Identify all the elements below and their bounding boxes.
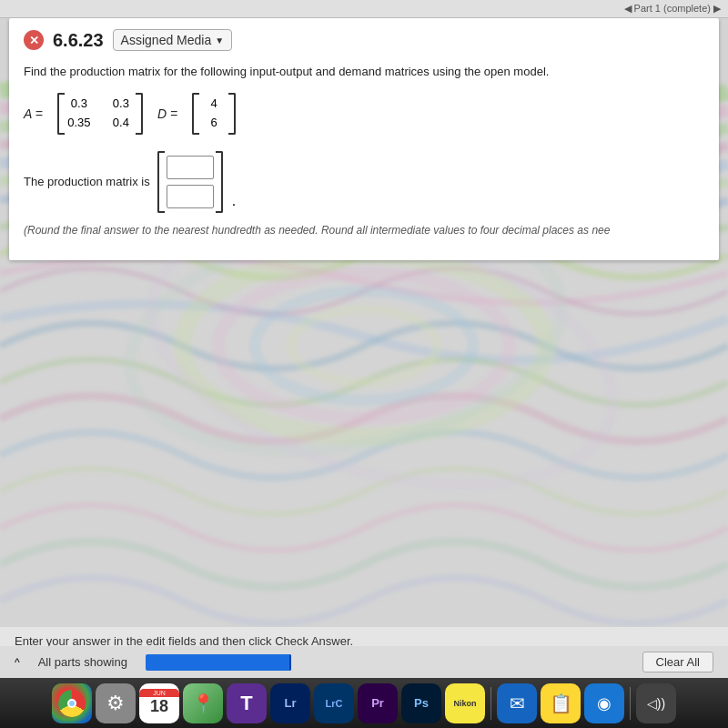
header-row: ✕ 6.6.23 Assigned Media ▼ <box>24 29 704 51</box>
answer-row: The production matrix is . <box>24 151 704 213</box>
content-card: ✕ 6.6.23 Assigned Media ▼ Find the produ… <box>9 18 719 260</box>
dock-finder[interactable]: ◉ <box>584 683 624 723</box>
matrix-a-r2c1: 0.35 <box>65 114 94 133</box>
matrix-a-r2c2: 0.4 <box>106 114 136 133</box>
assigned-media-button[interactable]: Assigned Media ▼ <box>113 29 233 51</box>
dock-lrc[interactable]: LrC <box>314 683 354 723</box>
dropdown-arrow-icon: ▼ <box>215 35 224 46</box>
clear-all-button[interactable]: Clear All <box>642 652 713 672</box>
dock-pr[interactable]: Pr <box>358 683 398 723</box>
matrix-a: 0.3 0.3 0.35 0.4 <box>57 93 143 135</box>
matrix-d-r2c1: 6 <box>199 114 228 133</box>
dock-chrome[interactable] <box>52 683 92 723</box>
progress-bar <box>146 654 291 671</box>
dock-sound[interactable]: ◁)) <box>636 683 676 723</box>
dock-teams[interactable]: T <box>227 683 267 723</box>
close-icon: ✕ <box>29 34 39 47</box>
matrix-a-r1c1: 0.3 <box>65 95 94 114</box>
close-button[interactable]: ✕ <box>24 30 44 50</box>
answer-input-2[interactable] <box>167 185 214 208</box>
finder-icon: ◉ <box>597 693 612 713</box>
chrome-icon <box>58 690 86 717</box>
matrices-row: A = 0.3 0.3 0.35 0.4 D = 4 6 <box>24 93 704 135</box>
pr-label: Pr <box>371 696 384 710</box>
dock-mail[interactable]: ✉ <box>497 683 537 723</box>
mail-icon: ✉ <box>510 693 525 714</box>
dock-maps[interactable]: 📍 <box>183 683 223 723</box>
problem-text: Find the production matrix for the follo… <box>24 64 704 80</box>
period: . <box>232 193 236 213</box>
matrix-a-r1c2: 0.3 <box>106 95 136 114</box>
dock-nikon[interactable]: Nikon <box>445 683 485 723</box>
macos-dock: ⚙ JUN 18 📍 T Lr LrC Pr Ps Nikon ✉ 📋 ◉ <box>0 678 728 728</box>
matrix-d: 4 6 <box>192 93 236 135</box>
scroll-indicator: ◀ Part 1 (complete) ▶ <box>624 3 721 15</box>
scroll-label: ◀ Part 1 (complete) ▶ <box>624 3 721 15</box>
parts-label: All parts showing <box>38 655 127 669</box>
notes-icon: 📋 <box>550 693 572 714</box>
dock-ps[interactable]: Ps <box>401 683 441 723</box>
ps-label: Ps <box>414 696 429 710</box>
maps-icon: 📍 <box>192 693 215 714</box>
sound-icon: ◁)) <box>647 696 665 711</box>
dock-settings[interactable]: ⚙ <box>96 683 136 723</box>
lrc-label: LrC <box>326 698 343 709</box>
calendar-month: JUN <box>139 689 179 697</box>
matrix-d-label: D = <box>157 106 177 121</box>
parts-caret-icon: ^ <box>15 656 20 669</box>
answer-matrix <box>157 151 223 213</box>
dock-separator-2 <box>630 687 631 720</box>
teams-icon: T <box>240 692 252 715</box>
dock-notes[interactable]: 📋 <box>541 683 581 723</box>
top-bar: ◀ Part 1 (complete) ▶ <box>0 0 728 18</box>
nikon-label: Nikon <box>453 699 476 708</box>
dock-calendar[interactable]: JUN 18 <box>139 683 179 723</box>
matrix-a-label: A = <box>24 106 43 121</box>
matrix-d-r1c1: 4 <box>199 95 228 114</box>
settings-icon: ⚙ <box>106 692 125 715</box>
dock-lr[interactable]: Lr <box>270 683 310 723</box>
progress-fill <box>146 654 291 671</box>
calendar-day: 18 <box>150 697 168 717</box>
problem-number: 6.6.23 <box>53 30 104 51</box>
parts-row: ^ All parts showing Clear All <box>0 646 728 678</box>
round-note: (Round the final answer to the nearest h… <box>24 224 704 237</box>
production-label: The production matrix is <box>24 175 150 188</box>
answer-input-1[interactable] <box>167 156 214 179</box>
assigned-media-label: Assigned Media <box>121 33 212 47</box>
lr-label: Lr <box>285 696 297 710</box>
dock-separator <box>490 687 491 720</box>
